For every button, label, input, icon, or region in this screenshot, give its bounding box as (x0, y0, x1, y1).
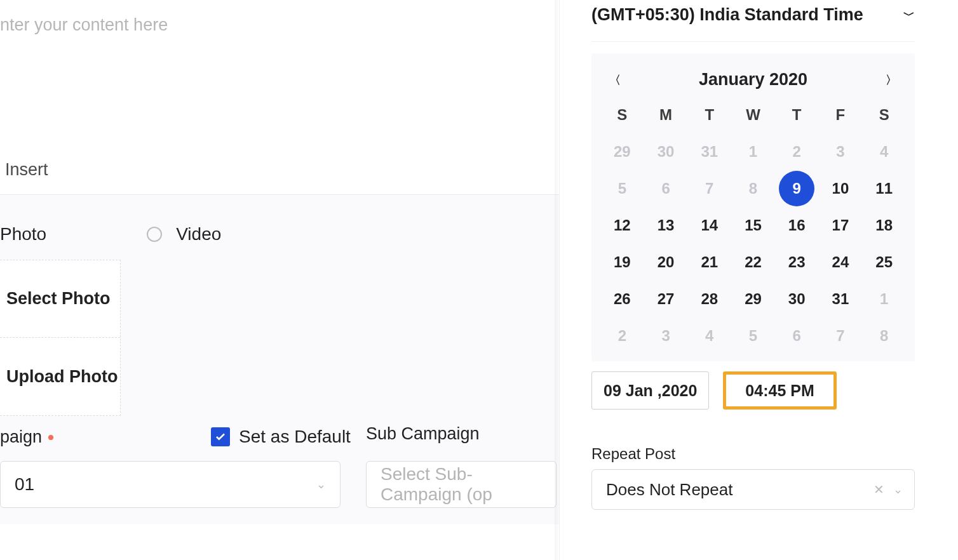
calendar-day[interactable]: 22 (731, 253, 775, 271)
calendar-day[interactable]: 1 (862, 290, 906, 308)
calendar-day[interactable]: 23 (775, 253, 819, 271)
repeat-select[interactable]: Does Not Repeat ✕ ⌄ (591, 469, 915, 510)
chevron-down-icon: ﹀ (903, 8, 915, 23)
calendar-day[interactable]: 13 (644, 217, 688, 234)
campaign-label: paign (0, 427, 42, 447)
calendar-day[interactable]: 31 (687, 143, 731, 161)
chevron-down-icon: ⌄ (316, 477, 326, 491)
calendar: 〈 January 2020 〉 SMTWTFS2930311234567891… (591, 53, 915, 361)
timezone-label: (GMT+05:30) India Standard Time (591, 5, 863, 25)
calendar-dow: F (819, 106, 863, 124)
select-photo-button[interactable]: Select Photo (0, 260, 120, 338)
calendar-day[interactable]: 3 (644, 327, 688, 345)
video-radio-label: Video (176, 224, 221, 244)
calendar-day[interactable]: 16 (775, 217, 819, 234)
calendar-day[interactable]: 27 (644, 290, 688, 308)
calendar-day[interactable]: 7 (819, 327, 863, 345)
video-radio[interactable] (147, 227, 162, 242)
photo-radio-label: Photo (0, 224, 46, 244)
calendar-day[interactable]: 2 (775, 143, 819, 161)
calendar-month-title: January 2020 (699, 70, 807, 90)
calendar-dow: T (687, 106, 731, 124)
subcampaign-label: Sub Campaign (366, 424, 480, 444)
subcampaign-placeholder: Select Sub-Campaign (op (381, 464, 542, 505)
photo-picker-box: Select Photo Upload Photo (0, 260, 121, 416)
calendar-dow: W (731, 106, 775, 124)
calendar-day[interactable]: 17 (819, 217, 863, 234)
calendar-dow: S (862, 106, 906, 124)
calendar-day[interactable]: 15 (731, 217, 775, 234)
calendar-day[interactable]: 5 (731, 327, 775, 345)
clear-icon[interactable]: ✕ (874, 482, 884, 497)
timezone-select[interactable]: (GMT+05:30) India Standard Time ﹀ (591, 0, 915, 42)
calendar-day[interactable]: 5 (600, 180, 644, 197)
calendar-day[interactable]: 8 (862, 327, 906, 345)
campaign-select[interactable]: 01 ⌄ (0, 461, 341, 508)
chevron-down-icon: ⌄ (893, 483, 903, 497)
set-default-checkbox[interactable] (211, 427, 230, 446)
calendar-day[interactable]: 26 (600, 290, 644, 308)
calendar-day[interactable]: 6 (775, 327, 819, 345)
insert-button[interactable]: Insert (5, 160, 48, 180)
calendar-day[interactable]: 8 (731, 180, 775, 197)
calendar-day[interactable]: 28 (687, 290, 731, 308)
calendar-day[interactable]: 29 (731, 290, 775, 308)
calendar-day[interactable]: 20 (644, 253, 688, 271)
calendar-day[interactable]: 11 (862, 180, 906, 197)
time-input[interactable]: 04:45 PM (723, 371, 836, 410)
calendar-day[interactable]: 14 (687, 217, 731, 234)
content-textarea[interactable]: nter your content here (0, 15, 553, 35)
calendar-day[interactable]: 2 (600, 327, 644, 345)
calendar-dow: M (644, 106, 688, 124)
calendar-day[interactable]: 12 (600, 217, 644, 234)
repeat-label: Repeat Post (591, 445, 915, 463)
calendar-day[interactable]: 6 (644, 180, 688, 197)
calendar-day[interactable]: 18 (862, 217, 906, 234)
calendar-prev-button[interactable]: 〈 (609, 72, 621, 88)
calendar-day[interactable]: 25 (862, 253, 906, 271)
set-default-label: Set as Default (239, 427, 351, 447)
calendar-day[interactable]: 30 (775, 290, 819, 308)
calendar-dow: S (600, 106, 644, 124)
check-icon (215, 431, 226, 443)
calendar-day[interactable]: 1 (731, 143, 775, 161)
upload-photo-button[interactable]: Upload Photo (0, 338, 120, 415)
calendar-day[interactable]: 3 (819, 143, 863, 161)
calendar-dow: T (775, 106, 819, 124)
calendar-day[interactable]: 21 (687, 253, 731, 271)
date-input[interactable]: 09 Jan ,2020 (591, 371, 709, 410)
calendar-day[interactable]: 31 (819, 290, 863, 308)
calendar-day[interactable]: 7 (687, 180, 731, 197)
campaign-value: 01 (15, 474, 34, 495)
calendar-next-button[interactable]: 〉 (886, 72, 897, 88)
calendar-day[interactable]: 30 (644, 143, 688, 161)
calendar-day[interactable]: 19 (600, 253, 644, 271)
calendar-day[interactable]: 24 (819, 253, 863, 271)
repeat-value: Does Not Repeat (606, 480, 732, 500)
calendar-day[interactable]: 4 (687, 327, 731, 345)
calendar-day[interactable]: 9 (775, 180, 819, 197)
calendar-day[interactable]: 29 (600, 143, 644, 161)
calendar-day[interactable]: 4 (862, 143, 906, 161)
subcampaign-select[interactable]: Select Sub-Campaign (op (366, 461, 557, 508)
required-dot-icon (48, 435, 53, 440)
calendar-day[interactable]: 10 (819, 180, 863, 197)
